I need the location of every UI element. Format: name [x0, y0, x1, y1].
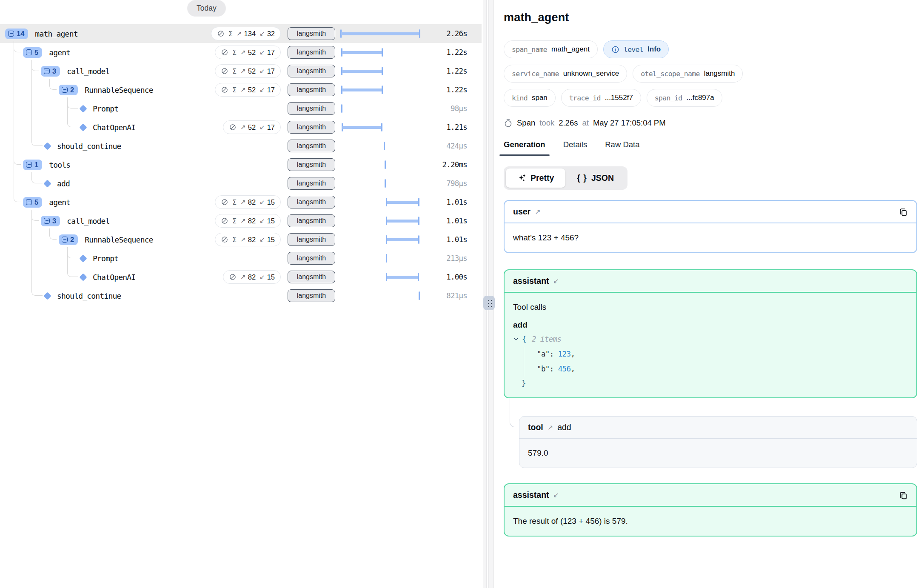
token-coin-icon	[229, 123, 237, 131]
input-tokens: 134	[244, 30, 256, 38]
output-tokens: 17	[267, 67, 275, 75]
output-tokens: 15	[267, 198, 275, 206]
message-body: Tool calls add { 2 items "a": 123,	[505, 293, 916, 397]
duration-label: 1.01s	[404, 211, 467, 230]
trace-row-call_model[interactable]: 3call_modelΣ↗52↙17langsmith1.22s	[0, 62, 482, 80]
token-coin-icon	[217, 30, 225, 37]
attr-value: ...1552f7	[605, 94, 633, 102]
panel-splitter[interactable]	[482, 0, 497, 588]
trace-tree-panel: Today 14math_agentΣ↗134↙32langsmith2.26s…	[0, 0, 482, 588]
trace-row-ChatOpenAI[interactable]: ChatOpenAI↗52↙17langsmith1.21s	[0, 118, 482, 137]
tab-raw-data[interactable]: Raw Data	[605, 140, 639, 155]
attr-value: langsmith	[704, 69, 735, 78]
copy-button[interactable]	[898, 491, 908, 500]
arrow-up-right-icon: ↗	[240, 49, 246, 56]
sigma-icon: Σ	[232, 67, 237, 75]
attr-span-id: span_id ...fc897a	[647, 89, 722, 107]
collapse-toggle[interactable]: 1	[23, 160, 42, 170]
arrow-up-right-icon: ↗	[240, 217, 246, 225]
tool-call-name: add	[513, 320, 908, 330]
tab-details[interactable]: Details	[563, 140, 587, 155]
trace-row-Prompt[interactable]: Promptlangsmith98µs	[0, 99, 482, 118]
copy-icon	[898, 207, 908, 217]
toggle-json-label: JSON	[591, 173, 614, 183]
toggle-json[interactable]: { } JSON	[565, 168, 625, 188]
trace-row-agent[interactable]: 5agentΣ↗52↙17langsmith1.22s	[0, 43, 482, 62]
span-label: RunnableSequence	[85, 86, 153, 94]
timeline-tick	[386, 254, 387, 263]
collapse-toggle[interactable]: 2	[59, 85, 78, 95]
timeline-bar	[342, 51, 382, 54]
collapse-toggle[interactable]: 5	[23, 47, 42, 58]
input-tokens: 82	[248, 236, 256, 244]
duration-label: 821µs	[404, 286, 467, 305]
braces-icon: { }	[577, 173, 587, 183]
arrow-down-left-icon: ↙	[260, 86, 265, 94]
collapse-minus-icon	[8, 31, 14, 37]
arg-value: 456	[558, 365, 571, 373]
attr-service-name: service_name unknown_service	[504, 65, 627, 83]
attribute-row: span_name math_agent level Info	[504, 40, 917, 58]
span-label: add	[57, 179, 70, 188]
row-lead: 2RunnableSequence	[0, 80, 153, 99]
attr-value: Info	[647, 45, 661, 54]
output-tokens: 17	[267, 49, 275, 57]
sigma-icon: Σ	[232, 86, 237, 94]
timeline-bar-cap	[382, 67, 383, 75]
timeline-bar-cap	[381, 123, 382, 131]
timeline-tick	[384, 142, 385, 150]
duration-label: 1.01s	[404, 193, 467, 211]
role-label: assistant	[513, 490, 549, 500]
arrow-down-left-icon: ↙	[260, 123, 265, 131]
duration-label: 1.21s	[404, 118, 467, 137]
timeline-bar-cap	[382, 48, 383, 57]
arrow-down-left-icon: ↙	[260, 217, 265, 225]
trace-row-math_agent[interactable]: 14math_agentΣ↗134↙32langsmith2.26s	[0, 24, 482, 43]
comma: ,	[571, 365, 575, 373]
trace-row-ChatOpenAI[interactable]: ChatOpenAI↗82↙15langsmith1.00s	[0, 268, 482, 286]
span-detail-panel: math_agent span_name math_agent level In…	[497, 0, 924, 588]
span-duration: 2.26s	[559, 118, 578, 128]
trace-row-tools[interactable]: 1toolslangsmith2.20ms	[0, 155, 482, 174]
drag-handle[interactable]	[483, 296, 495, 310]
trace-row-add[interactable]: addlangsmith798µs	[0, 174, 482, 193]
message-body: what's 123 + 456?	[505, 223, 916, 252]
attr-trace-id: trace_id ...1552f7	[561, 89, 641, 107]
collapse-toggle[interactable]: 5	[23, 197, 42, 208]
collapse-minus-icon	[44, 68, 50, 74]
trace-row-agent[interactable]: 5agentΣ↗82↙15langsmith1.01s	[0, 193, 482, 211]
attr-value: math_agent	[551, 45, 590, 54]
arrow-up-right-icon: ↗	[240, 273, 246, 281]
trace-row-RunnableSequence[interactable]: 2RunnableSequenceΣ↗82↙15langsmith1.01s	[0, 230, 482, 249]
token-usage-pill: Σ↗82↙15	[215, 233, 281, 246]
collapse-minus-icon	[44, 218, 50, 224]
trace-row-Prompt[interactable]: Promptlangsmith213µs	[0, 249, 482, 268]
attr-value: ...fc897a	[687, 94, 714, 102]
collapse-toggle[interactable]: 2	[59, 234, 78, 245]
arrow-down-left-icon: ↙	[553, 491, 559, 499]
copy-button[interactable]	[898, 207, 908, 217]
token-usage-pill: Σ↗82↙15	[215, 214, 281, 228]
collapse-toggle[interactable]: 3	[41, 216, 60, 226]
collapse-toggle[interactable]: 3	[41, 66, 60, 77]
collapse-toggle[interactable]: 14	[5, 29, 28, 39]
trace-row-RunnableSequence[interactable]: 2RunnableSequenceΣ↗52↙17langsmith1.22s	[0, 80, 482, 99]
today-badge[interactable]: Today	[187, 0, 226, 17]
trace-row-should_continue[interactable]: should_continuelangsmith424µs	[0, 137, 482, 155]
row-lead: should_continue	[0, 137, 121, 155]
tab-generation[interactable]: Generation	[504, 140, 545, 155]
output-tokens: 17	[267, 123, 275, 131]
trace-row-should_continue[interactable]: should_continuelangsmith821µs	[0, 286, 482, 305]
message-header: assistant ↙	[505, 484, 916, 507]
collapse-minus-icon	[26, 49, 32, 55]
message-card-user: user ↗ what's 123 + 456?	[504, 200, 917, 253]
vendor-badge: langsmith	[288, 289, 335, 302]
collapse-minus-icon	[62, 237, 68, 243]
chevron-down-icon[interactable]	[513, 336, 519, 342]
span-label: math_agent	[35, 29, 77, 38]
comma: ,	[571, 350, 575, 358]
trace-row-call_model[interactable]: 3call_modelΣ↗82↙15langsmith1.01s	[0, 211, 482, 230]
toggle-pretty[interactable]: Pretty	[506, 168, 565, 188]
timeline-tick	[385, 160, 386, 169]
output-tokens: 17	[267, 86, 275, 94]
